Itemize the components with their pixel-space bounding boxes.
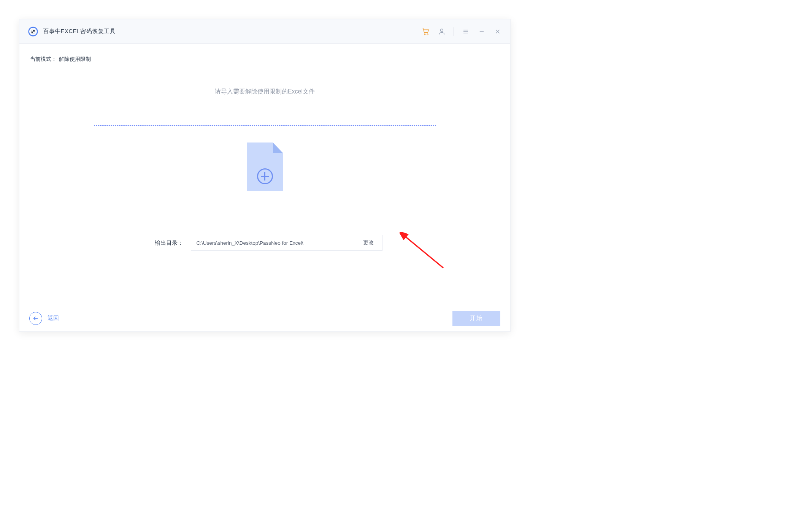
add-file-icon <box>247 142 283 191</box>
minimize-icon[interactable] <box>478 27 486 36</box>
titlebar-left: 百事牛EXCEL密码恢复工具 <box>28 26 116 37</box>
menu-icon[interactable] <box>462 27 470 36</box>
titlebar-divider <box>454 27 454 36</box>
cart-icon[interactable] <box>422 27 430 36</box>
mode-row: 当前模式： 解除使用限制 <box>30 56 500 63</box>
mode-value: 解除使用限制 <box>59 56 91 63</box>
output-input-group: 更改 <box>191 235 382 251</box>
start-button[interactable]: 开始 <box>452 311 500 326</box>
close-icon[interactable] <box>493 27 502 36</box>
dropzone-wrap <box>30 125 500 208</box>
titlebar-right <box>422 27 502 36</box>
app-window: 百事牛EXCEL密码恢复工具 <box>19 19 511 332</box>
app-title: 百事牛EXCEL密码恢复工具 <box>43 28 116 35</box>
svg-point-6 <box>441 29 443 32</box>
change-output-button[interactable]: 更改 <box>355 235 382 250</box>
back-arrow-icon <box>29 312 42 325</box>
back-button[interactable]: 返回 <box>29 312 59 325</box>
file-dropzone[interactable] <box>94 125 436 208</box>
output-label: 输出目录： <box>148 239 183 247</box>
svg-rect-3 <box>33 32 35 33</box>
svg-point-4 <box>424 33 425 35</box>
output-path-input[interactable] <box>191 235 355 250</box>
svg-rect-2 <box>32 30 33 31</box>
app-logo-icon <box>28 26 38 37</box>
back-label: 返回 <box>48 315 59 322</box>
output-row: 输出目录： 更改 <box>30 235 500 251</box>
mode-label: 当前模式： <box>30 56 57 63</box>
content-area: 当前模式： 解除使用限制 请导入需要解除使用限制的Excel文件 输出目录： 更… <box>19 44 510 305</box>
titlebar: 百事牛EXCEL密码恢复工具 <box>19 19 510 44</box>
import-prompt: 请导入需要解除使用限制的Excel文件 <box>30 88 500 96</box>
user-icon[interactable] <box>438 27 446 36</box>
footer: 返回 开始 <box>19 305 510 331</box>
svg-point-5 <box>427 33 428 35</box>
